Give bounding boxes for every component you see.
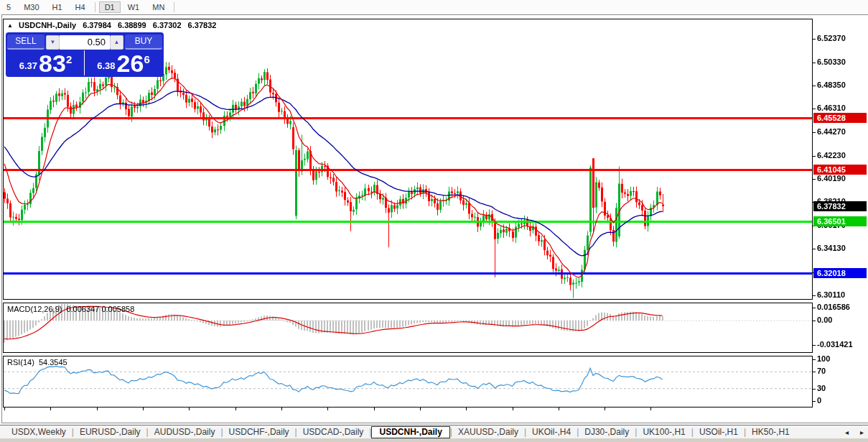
price-axis-tick: 6.34130 [817, 244, 846, 252]
rsi-value: 54.3545 [39, 358, 67, 367]
macd-value-main: 0.006347 [66, 305, 99, 313]
sell-price-big: 83 [39, 52, 66, 74]
timeframe-button-h1[interactable]: H1 [47, 1, 68, 13]
rsi-name: RSI(14) [7, 358, 34, 367]
volume-input[interactable]: 0.50 [60, 35, 110, 50]
rsi-axis-tick: 100 [817, 354, 830, 363]
macd-axis-tick: 0.00 [817, 316, 832, 324]
macd-name: MACD(12,26,9) [7, 305, 62, 313]
symbol-tab-usoil-[interactable]: USOil-,H1 [694, 427, 744, 437]
timeframe-button-w1[interactable]: W1 [122, 1, 146, 13]
price-axis-tick: 6.52370 [817, 34, 846, 42]
price-axis-tick: 6.30110 [817, 290, 845, 299]
symbol-tab-hk50-[interactable]: HK50-,H1 [746, 427, 795, 437]
buy-price-pip: 6 [144, 53, 149, 65]
quote-high: 6.38899 [118, 21, 146, 29]
price-axis-tick: 6.44270 [817, 127, 846, 136]
rsi-axis-tick: 30 [817, 384, 826, 392]
buy-price-big: 26 [117, 52, 144, 74]
rsi-axis-tick: 70 [817, 367, 826, 375]
symbol-tab-xauusd-[interactable]: XAUUSD-,Daily [452, 427, 524, 437]
symbol-tab-bar: USDX,Weekly|EURUSD-,Daily|AUDUSD-,Daily|… [0, 425, 868, 438]
timeframe-button-mn[interactable]: MN [146, 1, 170, 13]
chart-title: ▲ USDCNH-,Daily 6.37984 6.38899 6.37302 … [7, 21, 216, 29]
price-badge: 6.41045 [813, 165, 867, 175]
status-strip [0, 438, 868, 442]
sell-price-prefix: 6.37 [19, 60, 37, 71]
chart-symbol-label: USDCNH-,Daily [19, 21, 76, 29]
quote-low: 6.37302 [153, 21, 182, 29]
price-axis-tick: 6.46310 [817, 103, 846, 112]
quote-open: 6.37984 [83, 21, 111, 29]
symbol-tab-usdcad-[interactable]: USDCAD-,Daily [297, 427, 370, 437]
timeframe-button-5[interactable]: 5 [1, 1, 17, 13]
sell-button[interactable]: SELL [7, 34, 45, 50]
toolbar-separator [174, 2, 174, 12]
sell-price[interactable]: 6.37 83 2 [7, 50, 85, 75]
tab-scroll-right-icon[interactable]: ▸ [860, 428, 864, 436]
price-axis-tick: 6.40190 [817, 174, 846, 183]
symbol-tab-usdchf-[interactable]: USDCHF-,Daily [223, 427, 295, 437]
one-click-trading-panel: SELL ▼ 0.50 ▲ BUY 6.37 83 2 6.38 26 6 [6, 32, 164, 77]
symbol-tab-dj30-[interactable]: DJ30-,Daily [579, 427, 635, 437]
price-badge: 6.45528 [813, 113, 867, 123]
price-axis-tick: 6.50330 [817, 57, 846, 66]
rsi-axis-tick: 0 [817, 396, 821, 405]
symbol-tab-usdcnh-[interactable]: USDCNH-,Daily [371, 426, 449, 438]
macd-label: MACD(12,26,9)0.006347 0.005858 [7, 305, 134, 313]
price-badge: 6.37832 [813, 201, 867, 211]
timeframe-button-h4[interactable]: H4 [70, 1, 91, 13]
buy-price-prefix: 6.38 [97, 60, 115, 71]
macd-axis-tick: 0.016586 [817, 303, 850, 311]
collapse-arrow-icon[interactable]: ▲ [7, 22, 13, 29]
macd-axis-tick: -0.031421 [817, 340, 853, 349]
symbol-tab-ukoil-[interactable]: UKOil-,H4 [526, 427, 577, 437]
symbol-tab-audusd-[interactable]: AUDUSD-,Daily [149, 427, 221, 437]
macd-value-signal: 0.005858 [101, 305, 134, 313]
symbol-tab-uk100-[interactable]: UK100-,H1 [637, 427, 691, 437]
buy-button[interactable]: BUY [125, 34, 162, 50]
tab-scroll-left-icon[interactable]: ◂ [845, 428, 849, 436]
rsi-label: RSI(14)54.3545 [7, 358, 67, 367]
timeframe-button-m30[interactable]: M30 [18, 1, 45, 13]
volume-decrease-button[interactable]: ▼ [46, 35, 60, 50]
toolbar-separator [95, 2, 95, 12]
timeframe-toolbar: 5M30H1H4D1W1MN [0, 0, 868, 14]
price-badge: 6.36501 [813, 216, 867, 226]
sell-price-pip: 2 [66, 53, 72, 65]
price-badge: 6.32018 [813, 268, 867, 278]
symbol-tab-usdx[interactable]: USDX,Weekly [6, 427, 72, 437]
quote-close: 6.37832 [188, 21, 217, 29]
timeframe-button-d1[interactable]: D1 [99, 1, 121, 13]
price-axis-tick: 6.42230 [817, 151, 846, 160]
price-axis-tick: 6.48350 [817, 80, 846, 89]
volume-increase-button[interactable]: ▲ [110, 35, 123, 50]
buy-price[interactable]: 6.38 26 6 [85, 50, 162, 75]
symbol-tab-eurusd-[interactable]: EURUSD-,Daily [74, 427, 146, 437]
